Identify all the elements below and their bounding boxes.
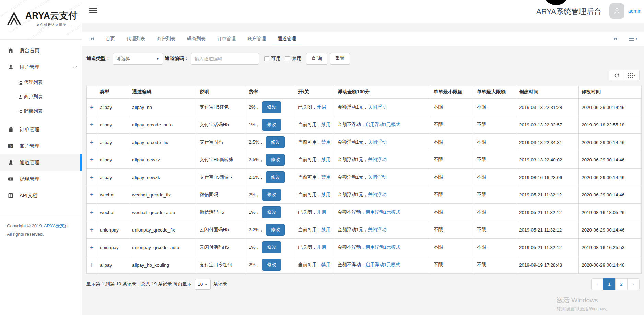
tab-代理列表[interactable]: 代理列表 — [121, 32, 151, 46]
expand-row-button[interactable]: + — [90, 121, 94, 128]
brand-link[interactable]: ARYA云支付 — [44, 223, 69, 228]
sidebar-item-api-doc[interactable]: API文档 — [0, 187, 82, 204]
expand-row-button[interactable]: + — [90, 191, 94, 198]
expand-row-button[interactable]: + — [90, 244, 94, 251]
tab-订单管理[interactable]: 订单管理 — [211, 32, 242, 46]
page-size-select[interactable]: 10 ▲ — [195, 279, 211, 290]
modify-rate-button[interactable]: 修改 — [266, 154, 285, 166]
sidebar-item-users[interactable]: 用户管理 — [0, 59, 82, 75]
tab-scroll-right-icon[interactable] — [611, 37, 621, 41]
expand-row-button[interactable]: + — [90, 156, 94, 163]
modify-rate-button[interactable]: 修改 — [266, 224, 285, 236]
toggle-status-link[interactable]: 禁用 — [321, 122, 331, 127]
toggle-float-link[interactable]: 启用浮动1元模式 — [365, 210, 400, 215]
toggle-float-link[interactable]: 关闭浮动 — [368, 192, 387, 197]
status-text: 当前可用， — [298, 175, 321, 180]
max-limit: 不限 — [477, 175, 486, 180]
tab-首页[interactable]: 首页 — [100, 32, 121, 46]
table-header-row: 类型通道编码说明费率开/关浮动金额100分单笔最小限额单笔最大限额创建时间修改时… — [87, 86, 642, 99]
tab-menu-button[interactable]: ▾ — [629, 37, 637, 41]
tab-scroll-left-icon[interactable] — [87, 37, 97, 41]
toggle-float-link[interactable]: 关闭浮动 — [368, 104, 387, 110]
toggle-status-link[interactable]: 禁用 — [321, 157, 331, 162]
pagination-page-2[interactable]: 2 — [615, 278, 628, 290]
sidebar-item-merchant-list[interactable]: 商户列表 — [0, 90, 82, 104]
modified-time: 2019-08-16 18:05:26 — [582, 210, 624, 215]
checkbox-icon[interactable] — [264, 56, 269, 61]
tab-码商列表[interactable]: 码商列表 — [181, 32, 211, 46]
reset-button[interactable]: 重置 — [330, 53, 350, 65]
toggle-float-link[interactable]: 关闭浮动 — [368, 175, 387, 180]
channel-type: unionpay — [100, 227, 119, 233]
sidebar-toggle-button[interactable] — [89, 8, 97, 15]
tab-账户管理[interactable]: 账户管理 — [242, 32, 272, 46]
float-text: 金额浮动1元， — [338, 192, 368, 197]
sidebar-item-orders[interactable]: 订单管理 — [0, 121, 82, 138]
toggle-status-link[interactable]: 禁用 — [321, 262, 331, 267]
select-caret-icon: ▼ — [156, 57, 159, 60]
checkbox-icon[interactable] — [285, 56, 290, 61]
pagination-next-button[interactable]: › — [627, 278, 640, 290]
expand-row-button[interactable]: + — [90, 209, 94, 216]
channel-code-input[interactable] — [191, 53, 259, 65]
disabled-checkbox[interactable]: 禁用 — [285, 56, 302, 62]
min-limit: 不限 — [434, 262, 443, 267]
search-button[interactable]: 查 询 — [306, 53, 327, 65]
toggle-status-link[interactable]: 开启 — [317, 245, 326, 250]
channel-type: alipay — [100, 262, 112, 268]
toggle-float-link[interactable]: 启用浮动1元模式 — [365, 245, 400, 250]
sidebar-item-withdraw[interactable]: 提现管理 — [0, 171, 82, 187]
sidebar-item-accounts[interactable]: $ 账户管理 — [0, 138, 82, 154]
sidebar-item-code-merchant-list[interactable]: 码商列表 — [0, 104, 82, 119]
modify-rate-button[interactable]: 修改 — [262, 101, 281, 113]
modify-rate-button[interactable]: 修改 — [262, 189, 281, 201]
tab-通道管理[interactable]: 通道管理 — [272, 32, 302, 46]
expand-row-button[interactable]: + — [90, 226, 94, 233]
toggle-float-link[interactable]: 启用浮动1元模式 — [365, 122, 400, 127]
expand-row-button[interactable]: + — [90, 104, 94, 111]
sidebar-item-agent-list[interactable]: 代理列表 — [0, 75, 82, 90]
expand-row-button[interactable]: + — [90, 174, 94, 181]
toggle-status-link[interactable]: 禁用 — [321, 139, 331, 145]
toggle-status-link[interactable]: 禁用 — [321, 175, 331, 180]
refresh-button[interactable] — [609, 70, 624, 80]
toggle-status-link[interactable]: 开启 — [317, 104, 326, 110]
pagination-prev-button[interactable]: ‹ — [591, 278, 604, 290]
avatar[interactable] — [609, 3, 624, 19]
modify-rate-button[interactable]: 修改 — [266, 136, 285, 148]
toggle-float-link[interactable]: 关闭浮动 — [368, 227, 387, 232]
toggle-status-link[interactable]: 开启 — [317, 210, 326, 215]
channel-desc: 支付宝口令红包 — [200, 262, 232, 267]
toggle-float-link[interactable]: 启用浮动1元模式 — [365, 262, 400, 267]
tab-商户列表[interactable]: 商户列表 — [151, 32, 181, 46]
modify-rate-button[interactable]: 修改 — [262, 206, 281, 218]
max-limit: 不限 — [477, 245, 486, 250]
channel-type: wechat — [100, 210, 115, 215]
toggle-float-link[interactable]: 关闭浮动 — [368, 139, 387, 145]
merchant-icon — [18, 95, 23, 99]
modify-rate-button[interactable]: 修改 — [262, 119, 281, 131]
filter-bar: 通道类型： 请选择 ▼ 通道编码： 可用 禁用 查 询 重置 — [82, 53, 644, 65]
user-link[interactable]: admin — [628, 8, 641, 14]
sidebar-item-channels[interactable]: 通道管理 — [0, 154, 82, 171]
modify-rate-button[interactable]: 修改 — [266, 171, 285, 183]
expand-row-button[interactable]: + — [90, 261, 94, 268]
modify-rate-button[interactable]: 修改 — [262, 259, 281, 271]
channel-type-select[interactable]: 请选择 ▼ — [113, 53, 163, 65]
columns-button[interactable]: ▾ — [624, 70, 640, 80]
toggle-status-link[interactable]: 禁用 — [321, 227, 331, 232]
caret-up-icon: ▲ — [204, 283, 207, 286]
toggle-float-link[interactable]: 关闭浮动 — [368, 157, 387, 162]
modify-rate-button[interactable]: 修改 — [262, 241, 281, 253]
expand-row-button[interactable]: + — [90, 139, 94, 146]
pagination-page-1[interactable]: 1 — [603, 278, 616, 290]
sidebar-item-home[interactable]: 后台首页 — [0, 42, 82, 59]
column-header: 单笔最大限额 — [474, 86, 516, 99]
channel-code: unionpay_qrcode_fix — [132, 227, 175, 233]
modified-time: 2020-06-29 00:14:46 — [582, 227, 624, 233]
toggle-status-link[interactable]: 禁用 — [321, 192, 331, 197]
available-checkbox[interactable]: 可用 — [264, 56, 281, 62]
table-row: +unionpayunionpay_qrcode_fix云闪付固码H52.2%，… — [87, 221, 642, 239]
status-text: 当前可用， — [298, 262, 321, 267]
float-text: 金额不浮动， — [338, 245, 365, 250]
